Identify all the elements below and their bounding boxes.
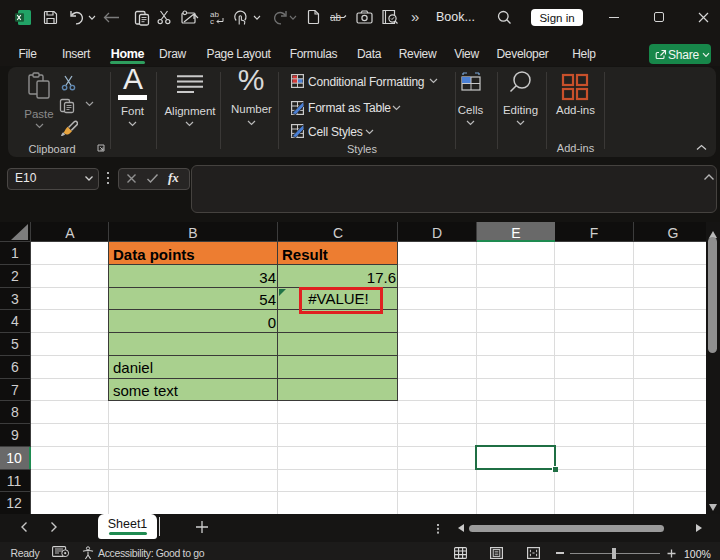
svg-text:c: c — [210, 17, 214, 25]
